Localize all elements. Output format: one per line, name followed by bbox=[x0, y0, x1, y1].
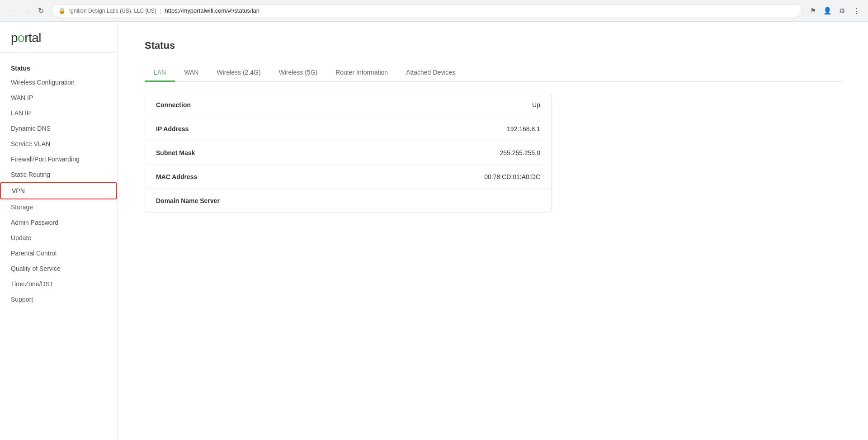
browser-actions: ⚑ 👤 ⚙ ⋮ bbox=[807, 5, 863, 17]
tab-wireless-2g[interactable]: Wireless (2.4G) bbox=[208, 64, 269, 82]
sidebar-nav: Status Wireless Configuration WAN IP LAN… bbox=[0, 57, 117, 311]
profile-icon[interactable]: 👤 bbox=[821, 5, 834, 17]
ip-address-value: 192.168.8.1 bbox=[507, 125, 540, 132]
tabs-container: LAN WAN Wireless (2.4G) Wireless (5G) Ro… bbox=[145, 64, 841, 82]
logo-o: o bbox=[18, 31, 24, 45]
subnet-mask-value: 255.255.255.0 bbox=[500, 149, 540, 156]
address-bar[interactable]: 🔒 Ignition Design Labs (US), LLC [US] | … bbox=[52, 4, 802, 17]
table-row: MAC Address 00:78:CD:01:A0:DC bbox=[145, 165, 551, 189]
tab-wireless-5g[interactable]: Wireless (5G) bbox=[270, 64, 327, 82]
sidebar-item-firewall-port[interactable]: Firewall/Port Forwarding bbox=[0, 151, 117, 167]
logo: portal bbox=[11, 31, 106, 45]
subnet-mask-label: Subnet Mask bbox=[156, 149, 195, 156]
lock-icon: 🔒 bbox=[58, 7, 66, 14]
sidebar-logo: portal bbox=[0, 22, 117, 53]
nav-section-status: Status bbox=[0, 60, 117, 75]
browser-chrome: ← → ↻ 🔒 Ignition Design Labs (US), LLC [… bbox=[0, 0, 868, 22]
sidebar-item-update[interactable]: Update bbox=[0, 230, 117, 246]
info-card: Connection Up IP Address 192.168.8.1 Sub… bbox=[145, 93, 552, 213]
url-text: https://myportalwifi.com/#!/status/lan bbox=[165, 7, 259, 14]
mac-address-label: MAC Address bbox=[156, 173, 197, 180]
tab-lan[interactable]: LAN bbox=[145, 64, 175, 82]
app-layout: portal Status Wireless Configuration WAN… bbox=[0, 22, 868, 440]
tab-router-info[interactable]: Router Information bbox=[326, 64, 397, 82]
extension-icon[interactable]: ⚙ bbox=[835, 5, 848, 17]
sidebar-item-support[interactable]: Support bbox=[0, 292, 117, 307]
tab-attached-devices[interactable]: Attached Devices bbox=[397, 64, 464, 82]
sidebar-item-admin-password[interactable]: Admin Password bbox=[0, 215, 117, 230]
sidebar-item-storage[interactable]: Storage bbox=[0, 199, 117, 215]
back-button[interactable]: ← bbox=[5, 5, 18, 17]
sidebar-item-dynamic-dns[interactable]: Dynamic DNS bbox=[0, 121, 117, 136]
sidebar-item-parental-control[interactable]: Parental Control bbox=[0, 246, 117, 261]
sidebar-item-lan-ip[interactable]: LAN IP bbox=[0, 105, 117, 121]
tab-wan[interactable]: WAN bbox=[175, 64, 208, 82]
sidebar-item-wan-ip[interactable]: WAN IP bbox=[0, 90, 117, 105]
url-separator: | bbox=[160, 7, 161, 14]
page-title: Status bbox=[145, 40, 841, 52]
main-content: Status LAN WAN Wireless (2.4G) Wireless … bbox=[118, 22, 868, 440]
mac-address-value: 00:78:CD:01:A0:DC bbox=[484, 173, 540, 180]
table-row: Domain Name Server bbox=[145, 189, 551, 213]
sidebar-item-service-vlan[interactable]: Service VLAN bbox=[0, 136, 117, 151]
dns-label: Domain Name Server bbox=[156, 197, 220, 204]
ip-address-label: IP Address bbox=[156, 125, 189, 132]
menu-icon[interactable]: ⋮ bbox=[850, 5, 863, 17]
sidebar-item-quality-of-service[interactable]: Quality of Service bbox=[0, 261, 117, 276]
sidebar-item-vpn[interactable]: VPN bbox=[0, 182, 117, 199]
sidebar-item-wireless-config[interactable]: Wireless Configuration bbox=[0, 75, 117, 90]
forward-button[interactable]: → bbox=[20, 5, 33, 17]
sidebar-item-static-routing[interactable]: Static Routing bbox=[0, 167, 117, 182]
reload-button[interactable]: ↻ bbox=[34, 5, 47, 17]
table-row: IP Address 192.168.8.1 bbox=[145, 117, 551, 141]
sidebar-item-timezone-dst[interactable]: TimeZone/DST bbox=[0, 276, 117, 292]
table-row: Subnet Mask 255.255.255.0 bbox=[145, 141, 551, 165]
bookmark-icon[interactable]: ⚑ bbox=[807, 5, 819, 17]
connection-label: Connection bbox=[156, 101, 191, 109]
sidebar: portal Status Wireless Configuration WAN… bbox=[0, 22, 118, 440]
site-info: Ignition Design Labs (US), LLC [US] bbox=[69, 8, 156, 14]
connection-value: Up bbox=[532, 101, 540, 109]
table-row: Connection Up bbox=[145, 93, 551, 117]
nav-buttons: ← → ↻ bbox=[5, 5, 47, 17]
